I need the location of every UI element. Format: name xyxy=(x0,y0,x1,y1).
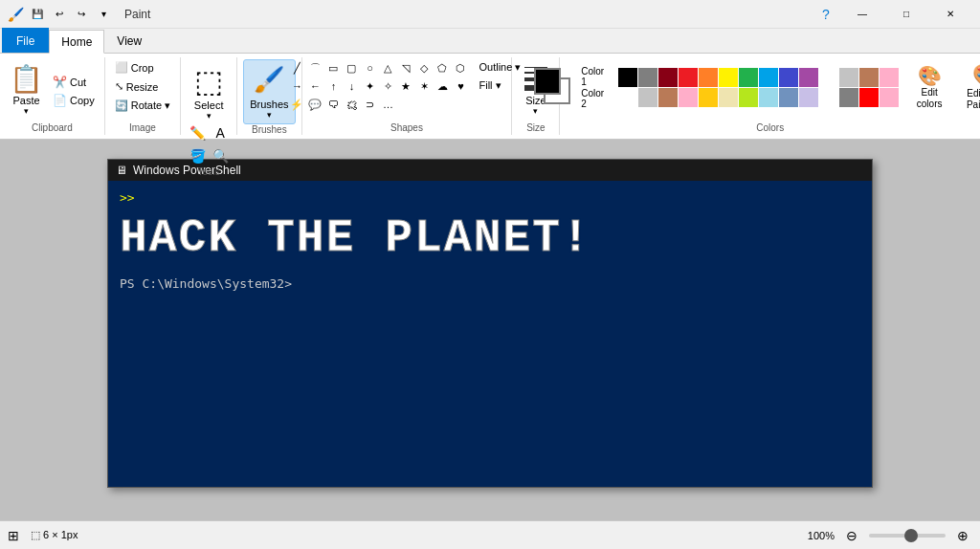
tab-file[interactable]: File xyxy=(2,28,49,53)
palette-color-0[interactable] xyxy=(618,68,637,87)
shape-cloud[interactable]: ☁ xyxy=(434,77,451,95)
paste-dropdown[interactable]: ▾ xyxy=(24,106,29,116)
fill-tool[interactable]: 🪣 xyxy=(187,145,208,166)
color1-swatch[interactable] xyxy=(534,68,561,95)
crop-button[interactable]: ⬜ Crop xyxy=(111,59,158,76)
rotate-button[interactable]: 🔄 Rotate ▾ xyxy=(111,98,174,114)
palette-color-3[interactable] xyxy=(679,68,698,87)
palette-color-18[interactable] xyxy=(699,88,718,107)
shape-star6[interactable]: ✶ xyxy=(415,77,433,95)
shape-callout3[interactable]: 🗯 xyxy=(343,96,360,113)
new-tab-icon[interactable]: ⊞ xyxy=(8,528,19,543)
palette-color-16[interactable] xyxy=(658,88,678,107)
shape-arrow-right[interactable]: → xyxy=(288,77,305,95)
palette-color-19[interactable] xyxy=(719,88,738,107)
customize-quick-access-button[interactable]: ▾ xyxy=(94,5,113,24)
palette-color-12[interactable] xyxy=(859,68,879,87)
palette-color-25[interactable] xyxy=(839,88,858,107)
tools-col-1: ✏️ 🪣 xyxy=(187,122,208,166)
palette-color-13[interactable] xyxy=(880,68,899,87)
palette-color-2[interactable] xyxy=(658,68,678,87)
shape-cylinder[interactable]: ⊃ xyxy=(361,96,378,113)
ps-prompt-bottom: PS C:\Windows\System32> xyxy=(120,276,860,291)
palette-color-14[interactable] xyxy=(618,88,637,107)
shape-curve[interactable]: ⌒ xyxy=(306,59,323,77)
shape-rect[interactable]: ▭ xyxy=(324,59,342,77)
shape-star4[interactable]: ✧ xyxy=(379,77,396,95)
palette-color-20[interactable] xyxy=(739,88,758,107)
brushes-content: 🖌️ Brushes ▾ xyxy=(243,57,295,124)
brushes-dropdown[interactable]: ▾ xyxy=(267,110,272,120)
paste-button[interactable]: 📋 Paste ▾ xyxy=(6,62,47,120)
redo-button[interactable]: ↪ xyxy=(72,5,91,24)
copy-button[interactable]: 📄 Copy xyxy=(49,92,99,109)
shape-more[interactable]: … xyxy=(379,96,396,113)
paste-icon: 📋 xyxy=(10,66,43,93)
magnify-tool[interactable]: 🔍 xyxy=(210,145,231,166)
palette-color-9[interactable] xyxy=(799,68,818,87)
palette-color-5[interactable] xyxy=(719,68,738,87)
tab-view[interactable]: View xyxy=(104,29,154,53)
undo-button[interactable]: ↩ xyxy=(50,5,69,24)
shape-rounded-rect[interactable]: ▢ xyxy=(343,59,360,77)
select-dropdown[interactable]: ▾ xyxy=(207,111,212,121)
ribbon-group-colors: Color 1 Color 2 🎨 Editcolors 🎨 Edit with… xyxy=(560,57,980,135)
shape-arrow-down[interactable]: ↓ xyxy=(343,77,360,95)
shape-arrow-left[interactable]: ← xyxy=(306,77,323,95)
close-button[interactable]: ✕ xyxy=(928,0,972,29)
edit-colors-button[interactable]: 🎨 Editcolors xyxy=(904,60,954,114)
palette-color-27[interactable] xyxy=(880,88,899,107)
edit-paint3d-button[interactable]: 🎨 Edit withPaint 3D xyxy=(960,59,980,115)
canvas-area[interactable]: 🖥 Windows PowerShell >> HACK THE PLANET!… xyxy=(0,140,980,520)
minimize-button[interactable]: — xyxy=(840,0,884,29)
shape-hexagon[interactable]: ⬡ xyxy=(452,59,469,77)
select-button[interactable]: ⬚ Select ▾ xyxy=(190,59,228,124)
colors-label: Colors xyxy=(756,122,784,135)
palette-color-23[interactable] xyxy=(799,88,818,107)
palette-color-10[interactable] xyxy=(819,68,838,87)
text-tool[interactable]: A xyxy=(210,122,231,143)
shape-right-triangle[interactable]: ◹ xyxy=(397,59,414,77)
shape-callout2[interactable]: 🗨 xyxy=(324,96,342,113)
shape-line[interactable]: ╱ xyxy=(288,59,305,77)
resize-label: Resize xyxy=(126,81,159,93)
shape-pentagon[interactable]: ⬠ xyxy=(434,59,451,77)
shapes-grid-container: ╱ ⌒ ▭ ▢ ○ △ ◹ ◇ ⬠ ⬡ → ← ↑ ↓ ✦ ✧ xyxy=(288,59,469,113)
palette-color-26[interactable] xyxy=(859,88,879,107)
cut-button[interactable]: ✂️ Cut xyxy=(49,74,99,91)
shape-4arrow[interactable]: ✦ xyxy=(361,77,378,95)
palette-color-4[interactable] xyxy=(699,68,718,87)
zoom-slider[interactable] xyxy=(869,534,946,538)
tools-label: Tools xyxy=(197,166,219,179)
shape-ellipse[interactable]: ○ xyxy=(361,59,378,77)
tab-home[interactable]: Home xyxy=(49,30,104,54)
palette-color-8[interactable] xyxy=(779,68,798,87)
palette-color-6[interactable] xyxy=(739,68,758,87)
zoom-out-button[interactable]: ⊖ xyxy=(842,526,861,545)
shape-arrow-up[interactable]: ↑ xyxy=(324,77,342,95)
maximize-button[interactable]: □ xyxy=(884,0,928,29)
shape-callout1[interactable]: 💬 xyxy=(306,96,323,113)
shape-lightning[interactable]: ⚡ xyxy=(288,96,305,113)
palette-color-15[interactable] xyxy=(638,88,657,107)
pencil-tool[interactable]: ✏️ xyxy=(187,122,208,143)
palette-color-17[interactable] xyxy=(679,88,698,107)
help-button[interactable]: ? xyxy=(812,0,840,29)
save-button[interactable]: 💾 xyxy=(28,5,47,24)
palette-color-22[interactable] xyxy=(779,88,798,107)
palette-color-7[interactable] xyxy=(759,68,778,87)
tools-col-2: A 🔍 xyxy=(210,122,231,166)
shape-diamond[interactable]: ◇ xyxy=(415,59,433,77)
copy-label: Copy xyxy=(70,95,95,106)
palette-color-21[interactable] xyxy=(759,88,778,107)
palette-color-24[interactable] xyxy=(819,88,838,107)
palette-color-1[interactable] xyxy=(638,68,657,87)
brushes-button[interactable]: 🖌️ Brushes ▾ xyxy=(243,59,295,124)
resize-button[interactable]: ⤡ Resize xyxy=(111,78,163,95)
shape-triangle[interactable]: △ xyxy=(379,59,396,77)
shape-heart[interactable]: ♥ xyxy=(452,77,469,95)
palette-color-11[interactable] xyxy=(839,68,858,87)
shape-star5[interactable]: ★ xyxy=(397,77,414,95)
zoom-thumb[interactable] xyxy=(904,529,918,542)
zoom-in-button[interactable]: ⊕ xyxy=(953,526,972,545)
